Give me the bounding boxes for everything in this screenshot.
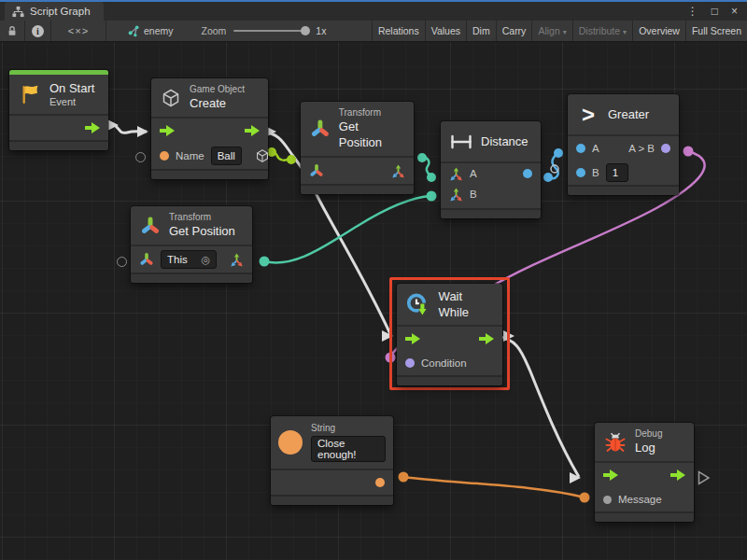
port-label: B	[592, 167, 599, 178]
graph-reference-breadcrumb[interactable]: enemy	[120, 21, 181, 41]
relations-button[interactable]: Relations	[372, 21, 425, 41]
lock-button[interactable]	[0, 21, 24, 41]
code-icon: <×>	[68, 25, 89, 36]
node-title: Distance	[481, 133, 529, 149]
info-icon: i	[32, 25, 44, 37]
node-footer	[151, 169, 268, 179]
tab-bar: Script Graph ⋮ □ ×	[0, 2, 747, 21]
zoom-value: 1x	[316, 25, 326, 36]
node-title: Log	[635, 440, 662, 455]
node-caption: String	[311, 423, 386, 434]
transform-input-port[interactable]	[309, 163, 324, 178]
target-field[interactable]: This ◎	[161, 250, 217, 269]
node-wait-while[interactable]: Wait While Condition	[397, 284, 502, 385]
target-picker-icon[interactable]: ◎	[201, 254, 210, 266]
distribute-dropdown[interactable]: Distribute ▾	[572, 21, 632, 41]
zoom-slider[interactable]	[233, 30, 308, 32]
values-button[interactable]: Values	[425, 21, 466, 41]
node-header: On Start Event	[9, 75, 108, 116]
window-controls: ⋮ □ ×	[687, 2, 747, 21]
dim-button[interactable]: Dim	[466, 21, 496, 41]
number-input-port-a[interactable]	[576, 144, 585, 153]
node-header: Game Object Create	[151, 78, 268, 119]
tab-script-graph[interactable]: Script Graph	[5, 2, 104, 21]
node-title: Get Position	[169, 223, 235, 239]
unconnected-flow-indicator	[698, 470, 711, 485]
game-object-output-port[interactable]	[255, 148, 270, 163]
node-greater[interactable]: > Greater A A > B B 1	[568, 94, 679, 195]
node-footer	[301, 184, 414, 194]
node-header: Distance	[441, 121, 541, 163]
tab-title: Script Graph	[30, 6, 91, 17]
unconnected-port-indicator	[117, 257, 127, 267]
node-get-position-this[interactable]: Transform Get Position This ◎	[131, 206, 252, 283]
node-on-start-event[interactable]: On Start Event	[9, 70, 108, 150]
graph-icon	[12, 6, 24, 18]
node-footer	[397, 375, 502, 385]
window-menu-icon[interactable]: ⋮	[687, 5, 698, 18]
node-footer	[441, 208, 541, 218]
flow-output-port[interactable]	[245, 125, 260, 136]
script-graph-window: Script Graph ⋮ □ × i <×> enemy Zoom	[0, 0, 747, 560]
number-input-port-b[interactable]	[576, 168, 585, 177]
node-title: Get Position	[339, 119, 404, 150]
number-output-port[interactable]	[523, 169, 532, 178]
string-value-field[interactable]: Close enough!	[311, 436, 386, 462]
flag-icon	[19, 83, 41, 105]
code-preview-button[interactable]: <×>	[51, 21, 106, 41]
maximize-icon[interactable]: □	[712, 5, 718, 18]
flow-output-port[interactable]	[85, 122, 100, 133]
node-footer	[595, 511, 694, 522]
align-dropdown[interactable]: Align ▾	[531, 21, 571, 41]
transform-input-port[interactable]	[139, 252, 154, 267]
node-header: String Close enough!	[271, 416, 393, 470]
transform-icon	[310, 119, 331, 139]
greater-than-icon: >	[577, 105, 599, 124]
name-input-port[interactable]	[160, 151, 169, 161]
b-value-field[interactable]: 1	[606, 163, 628, 182]
node-get-position-ball[interactable]: Transform Get Position	[301, 102, 414, 194]
flow-input-port[interactable]	[405, 333, 420, 344]
zoom-control: Zoom 1x	[202, 21, 327, 41]
overview-button[interactable]: Overview	[632, 21, 685, 41]
graph-toolbar: i <×> enemy Zoom 1x Relations Values Dim…	[0, 21, 747, 42]
node-header: Debug Log	[595, 423, 694, 463]
close-icon[interactable]: ×	[731, 5, 738, 18]
name-value-field[interactable]: Ball	[211, 147, 242, 165]
node-header: Transform Get Position	[131, 206, 252, 246]
node-caption: Debug	[635, 428, 662, 440]
full-screen-button[interactable]: Full Screen	[685, 21, 747, 41]
port-label: Name	[176, 150, 204, 161]
bug-icon	[604, 431, 627, 454]
flow-output-port[interactable]	[670, 469, 685, 481]
flow-input-port[interactable]	[603, 469, 618, 481]
string-type-icon	[278, 430, 303, 455]
node-title: Create	[190, 95, 245, 111]
result-label: A > B	[628, 143, 655, 154]
vector3-output-port[interactable]	[391, 164, 405, 178]
node-title: Wait While	[439, 288, 493, 320]
inspect-button[interactable]: i	[25, 21, 50, 41]
vector3-input-port-a[interactable]	[449, 167, 463, 181]
node-create-game-object[interactable]: Game Object Create Name Ball	[151, 78, 268, 179]
flow-output-port[interactable]	[479, 333, 494, 344]
node-footer	[131, 273, 252, 283]
node-header: Wait While	[397, 284, 502, 327]
node-footer	[271, 495, 393, 505]
message-input-port[interactable]	[603, 496, 612, 504]
node-distance[interactable]: Distance A B	[441, 121, 541, 218]
zoom-slider-handle[interactable]	[301, 26, 310, 35]
node-debug-log[interactable]: Debug Log Message	[595, 423, 694, 522]
node-string-literal[interactable]: String Close enough!	[271, 416, 393, 505]
vector3-output-port[interactable]	[230, 253, 244, 267]
vector3-input-port-b[interactable]	[449, 188, 463, 202]
graph-asset-icon	[127, 25, 139, 37]
node-subtitle: Event	[49, 96, 94, 108]
flow-input-port[interactable]	[160, 125, 175, 136]
node-caption: Transform	[339, 107, 404, 119]
string-output-port[interactable]	[375, 478, 385, 487]
bool-output-port[interactable]	[661, 144, 670, 153]
carry-button[interactable]: Carry	[496, 21, 532, 41]
cube-icon	[161, 88, 181, 108]
condition-input-port[interactable]	[405, 358, 415, 368]
